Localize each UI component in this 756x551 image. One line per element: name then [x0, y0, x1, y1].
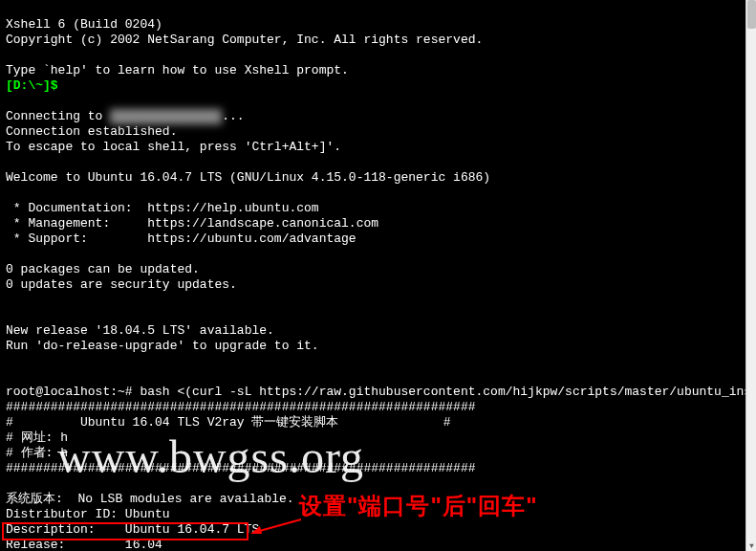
- sysinfo-line: 系统版本: No LSB modules are available.: [6, 492, 294, 506]
- terminal-window[interactable]: Xshell 6 (Build 0204) Copyright (c) 2002…: [0, 0, 745, 551]
- security-update: 0 updates are security updates.: [6, 277, 237, 292]
- banner-site: # 网址: h: [6, 430, 68, 445]
- banner-border-top: ########################################…: [6, 400, 475, 414]
- mgmt-link: * Management: https://landscape.canonica…: [6, 216, 378, 231]
- help-line: Type `help' to learn how to use Xshell p…: [6, 63, 349, 77]
- scrollbar-thumb[interactable]: [747, 0, 756, 29]
- upgrade-hint: Run 'do-release-upgrade' to upgrade to i…: [6, 339, 319, 353]
- distributor-line: Distributor ID: Ubuntu: [6, 507, 170, 521]
- welcome-line: Welcome to Ubuntu 16.04.7 LTS (GNU/Linux…: [6, 170, 490, 185]
- connecting-line: Connecting to XXX.XXX.XXX.XXX...: [6, 109, 245, 123]
- banner-border-bottom: ########################################…: [6, 461, 475, 475]
- vertical-scrollbar[interactable]: ▲ ▼: [745, 0, 756, 551]
- escape-hint: To escape to local shell, press 'Ctrl+Al…: [6, 140, 341, 154]
- description-line: Description: Ubuntu 16.04.7 LTS: [6, 522, 259, 537]
- local-prompt: [D:\~]$: [6, 78, 58, 93]
- release-line: Release: 16.04: [6, 538, 162, 551]
- scroll-down-icon[interactable]: ▼: [746, 540, 756, 551]
- copyright-line: Copyright (c) 2002 NetSarang Computer, I…: [6, 33, 483, 47]
- redacted-host: XXX.XXX.XXX.XXX: [110, 109, 222, 124]
- connection-established: Connection established.: [6, 124, 177, 139]
- support-link: * Support: https://ubuntu.com/advantage: [6, 231, 356, 246]
- banner-author: # 作者: h: [6, 446, 68, 460]
- command-line: root@localhost:~# bash <(curl -sL https:…: [6, 385, 745, 399]
- app-title: Xshell 6 (Build 0204): [6, 17, 162, 32]
- new-release: New release '18.04.5 LTS' available.: [6, 323, 274, 338]
- doc-link: * Documentation: https://help.ubuntu.com: [6, 201, 319, 215]
- packages-update: 0 packages can be updated.: [6, 262, 200, 276]
- banner-title: # Ubuntu 16.04 TLS V2ray 带一键安装脚本 #: [6, 415, 450, 430]
